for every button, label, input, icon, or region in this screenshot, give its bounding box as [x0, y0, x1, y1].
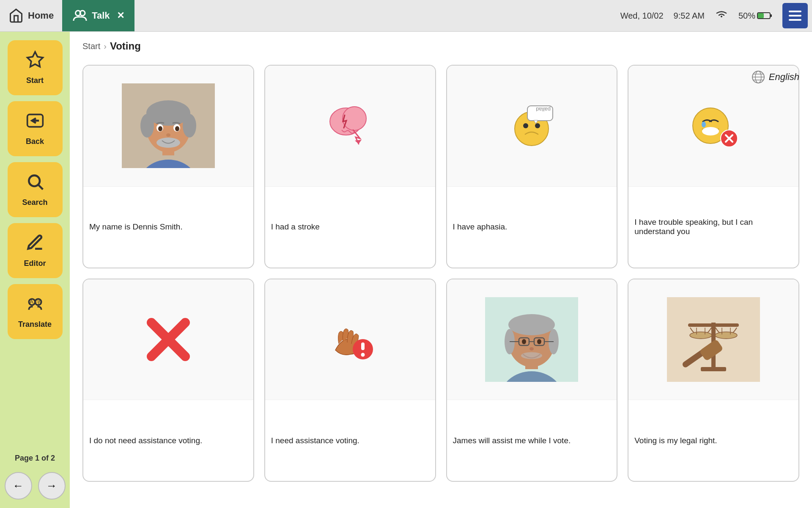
sidebar-item-translate[interactable]: A 字 Translate: [8, 284, 63, 339]
card-stroke[interactable]: I had a stroke: [264, 65, 436, 268]
svg-point-42: [702, 127, 719, 135]
svg-rect-4: [758, 13, 764, 18]
svg-marker-5: [27, 52, 43, 67]
card-aphasia[interactable]: pallad I have aphasia.: [446, 65, 618, 268]
svg-point-66: [529, 347, 534, 351]
card-label-3: I have aphasia.: [447, 187, 617, 268]
svg-point-29: [175, 126, 179, 131]
svg-point-51: [361, 353, 365, 356]
card-label-2: I had a stroke: [265, 187, 435, 268]
topbar-info: Wed, 10/02 9:52 AM 50%: [610, 10, 782, 22]
talk-tab[interactable]: Talk ✕: [62, 0, 134, 31]
svg-text:A: A: [30, 298, 33, 305]
svg-marker-34: [355, 140, 362, 144]
translate-label: Translate: [18, 320, 52, 329]
card-need-assistance[interactable]: I need assistance voting.: [264, 279, 436, 482]
menu-bar-1: [789, 11, 801, 12]
card-voting-right[interactable]: Voting is my legal right.: [628, 279, 799, 482]
svg-point-28: [158, 126, 162, 131]
date-display: Wed, 10/02: [620, 11, 664, 21]
card-image-dennis: [83, 66, 253, 187]
svg-point-65: [537, 339, 541, 344]
sidebar: Start Back Search Edito: [0, 32, 70, 508]
card-label-5: I do not need assistance voting.: [83, 400, 253, 481]
home-button[interactable]: Home: [0, 0, 62, 31]
breadcrumb-separator: ›: [104, 41, 107, 51]
card-image-need-assistance: [265, 279, 435, 400]
card-no-assistance[interactable]: I do not need assistance voting.: [82, 279, 254, 482]
language-button[interactable]: English: [751, 70, 799, 84]
card-grid: My name is Dennis Smith. I had a stroke: [82, 65, 799, 482]
card-label-1: My name is Dennis Smith.: [83, 187, 253, 268]
card-label-8: Voting is my legal right.: [628, 400, 798, 481]
gavel-scales-icon: [667, 297, 760, 382]
menu-bar-2: [789, 15, 801, 17]
svg-point-24: [140, 114, 154, 138]
talk-icon: [72, 8, 88, 23]
dennis-smith-avatar: [122, 83, 215, 168]
svg-point-56: [508, 314, 555, 335]
search-label: Search: [22, 198, 47, 207]
svg-rect-3: [770, 14, 772, 17]
card-label-6: I need assistance voting.: [265, 400, 435, 481]
battery-display: 50%: [738, 11, 772, 21]
editor-label: Editor: [24, 259, 46, 268]
language-label: English: [769, 72, 799, 83]
sidebar-item-search[interactable]: Search: [8, 162, 63, 217]
no-assistance-icon: [141, 312, 196, 367]
sidebar-item-start[interactable]: Start: [8, 40, 63, 95]
breadcrumb-current: Voting: [110, 40, 141, 52]
close-tab-button[interactable]: ✕: [117, 10, 124, 21]
svg-point-37: [535, 123, 540, 128]
svg-point-30: [166, 133, 170, 137]
james-avatar: [485, 297, 578, 382]
breadcrumb: Start › Voting: [82, 40, 799, 52]
back-icon: [26, 111, 44, 134]
card-image-gavel: [628, 279, 798, 400]
svg-rect-70: [701, 367, 726, 371]
menu-button[interactable]: [782, 3, 808, 28]
back-label: Back: [26, 137, 44, 146]
svg-rect-50: [361, 342, 365, 350]
wifi-icon: [715, 10, 728, 22]
sidebar-item-back[interactable]: Back: [8, 101, 63, 156]
prev-page-button[interactable]: ←: [5, 472, 32, 500]
card-image-james: [447, 279, 617, 400]
svg-point-33: [343, 107, 366, 130]
sidebar-item-editor[interactable]: Editor: [8, 223, 63, 278]
pagination-controls: ← →: [5, 472, 66, 500]
svg-point-43: [702, 121, 706, 127]
svg-point-8: [29, 175, 40, 186]
trouble-speaking-icon: [686, 98, 741, 153]
main-content: Start › Voting English: [70, 32, 812, 508]
svg-point-72: [690, 332, 712, 339]
translate-icon: A 字: [26, 294, 44, 317]
aphasia-icon: pallad: [504, 98, 559, 153]
next-page-button[interactable]: →: [38, 472, 66, 500]
svg-point-64: [522, 339, 526, 344]
card-dennis-smith[interactable]: My name is Dennis Smith.: [82, 65, 254, 268]
page-info: Page 1 of 2: [15, 454, 55, 463]
need-assistance-icon: [323, 312, 378, 367]
breadcrumb-start[interactable]: Start: [82, 41, 100, 51]
home-icon: [8, 8, 24, 23]
start-label: Start: [26, 76, 44, 85]
svg-point-36: [523, 123, 528, 128]
card-image-stroke: [265, 66, 435, 187]
svg-line-9: [38, 185, 43, 189]
topbar: Home Talk ✕ Wed, 10/02 9:52 AM 50%: [0, 0, 812, 32]
card-label-7: James will assist me while I vote.: [447, 400, 617, 481]
home-label: Home: [28, 10, 54, 21]
language-globe-icon: [751, 70, 765, 84]
svg-rect-71: [688, 323, 739, 327]
time-display: 9:52 AM: [674, 11, 705, 21]
card-trouble-speaking[interactable]: I have trouble speaking, but I can under…: [628, 65, 799, 268]
svg-text:字: 字: [36, 298, 41, 305]
pencil-icon: [26, 233, 44, 256]
card-image-no-assistance: [83, 279, 253, 400]
svg-point-67: [521, 352, 542, 359]
svg-point-31: [156, 138, 180, 148]
svg-text:pallad: pallad: [536, 106, 551, 113]
card-image-aphasia: pallad: [447, 66, 617, 187]
card-james[interactable]: James will assist me while I vote.: [446, 279, 618, 482]
